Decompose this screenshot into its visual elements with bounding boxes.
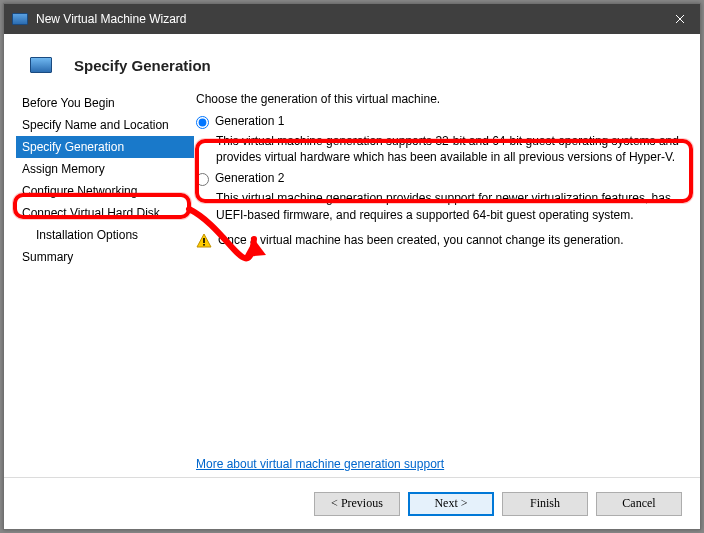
wizard-window: New Virtual Machine Wizard Specify Gener…: [3, 3, 701, 530]
step-installation-options[interactable]: Installation Options: [16, 224, 194, 246]
option-1-desc: This virtual machine generation supports…: [216, 133, 688, 165]
radio-generation-2[interactable]: [196, 173, 209, 186]
step-summary[interactable]: Summary: [16, 246, 194, 268]
warning-text: Once a virtual machine has been created,…: [218, 233, 624, 247]
warning-icon: [196, 233, 212, 249]
step-specify-name[interactable]: Specify Name and Location: [16, 114, 194, 136]
option-generation-1: Generation 1 This virtual machine genera…: [196, 114, 688, 165]
radio-generation-2-label[interactable]: Generation 2: [196, 171, 688, 186]
radio-generation-1-label[interactable]: Generation 1: [196, 114, 688, 129]
warning-row: Once a virtual machine has been created,…: [196, 233, 688, 249]
step-configure-networking[interactable]: Configure Networking: [16, 180, 194, 202]
wizard-content: Choose the generation of this virtual ma…: [194, 88, 688, 477]
wizard-icon: [30, 57, 52, 73]
step-specify-generation[interactable]: Specify Generation: [16, 136, 194, 158]
previous-button[interactable]: < Previous: [314, 492, 400, 516]
radio-generation-1[interactable]: [196, 116, 209, 129]
close-button[interactable]: [660, 4, 700, 34]
titlebar: New Virtual Machine Wizard: [4, 4, 700, 34]
next-button[interactable]: Next >: [408, 492, 494, 516]
more-info-link-row: More about virtual machine generation su…: [196, 457, 444, 471]
wizard-header: Specify Generation: [4, 34, 700, 88]
svg-rect-1: [203, 244, 205, 246]
intro-text: Choose the generation of this virtual ma…: [196, 92, 688, 106]
more-info-link[interactable]: More about virtual machine generation su…: [196, 457, 444, 471]
step-connect-vhd[interactable]: Connect Virtual Hard Disk: [16, 202, 194, 224]
option-1-label: Generation 1: [215, 114, 284, 128]
cancel-button[interactable]: Cancel: [596, 492, 682, 516]
finish-button[interactable]: Finish: [502, 492, 588, 516]
app-icon: [12, 13, 28, 25]
svg-rect-0: [203, 238, 205, 243]
wizard-steps: Before You Begin Specify Name and Locati…: [16, 88, 194, 477]
option-generation-2: Generation 2 This virtual machine genera…: [196, 171, 688, 222]
page-title: Specify Generation: [74, 57, 211, 74]
window-title: New Virtual Machine Wizard: [36, 12, 660, 26]
close-icon: [675, 14, 685, 24]
step-assign-memory[interactable]: Assign Memory: [16, 158, 194, 180]
wizard-footer: < Previous Next > Finish Cancel: [4, 477, 700, 529]
option-2-label: Generation 2: [215, 171, 284, 185]
step-before-you-begin[interactable]: Before You Begin: [16, 92, 194, 114]
option-2-desc: This virtual machine generation provides…: [216, 190, 688, 222]
